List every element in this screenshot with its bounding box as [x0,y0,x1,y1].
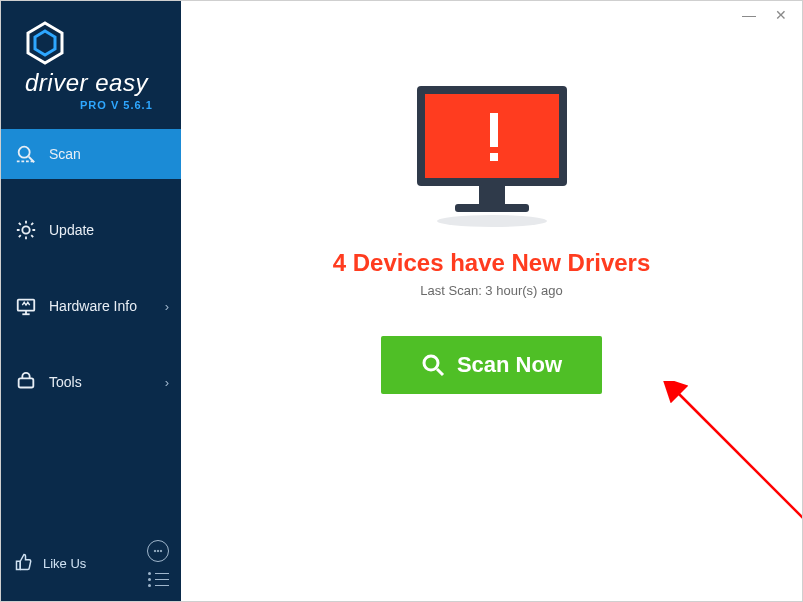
svg-point-12 [157,550,159,552]
app-root: driver easy PRO V 5.6.1 Scan [1,1,802,601]
alert-monitor-graphic [407,81,577,231]
svg-point-11 [154,550,156,552]
sidebar-item-tools[interactable]: Tools › [1,357,181,407]
svg-line-22 [437,369,443,375]
chevron-right-icon: › [165,375,169,390]
scan-now-button[interactable]: Scan Now [381,336,602,394]
svg-point-5 [22,226,29,233]
scan-now-label: Scan Now [457,352,562,378]
main-panel: — ✕ 4 Devices have New Drivers Last Scan… [181,1,802,601]
brand-version: PRO V 5.6.1 [80,99,181,111]
hardware-info-icon [15,295,37,317]
svg-rect-18 [479,186,505,204]
update-icon [15,219,37,241]
thumbs-up-icon [15,553,33,574]
brand-row [25,21,181,69]
like-us-link[interactable]: Like Us [43,556,86,571]
footer-right [147,540,169,587]
sidebar-item-label: Tools [49,374,82,390]
chevron-right-icon: › [165,299,169,314]
sidebar-item-hardware-info[interactable]: Hardware Info › [1,281,181,331]
scan-icon [15,143,37,165]
sidebar: driver easy PRO V 5.6.1 Scan [1,1,181,601]
svg-point-21 [424,356,438,370]
brand-name: driver easy [25,69,181,97]
sidebar-item-label: Hardware Info [49,298,137,314]
content-area: 4 Devices have New Drivers Last Scan: 3 … [181,29,802,601]
svg-rect-9 [19,378,34,387]
status-headline: 4 Devices have New Drivers [333,249,651,277]
brand-logo-icon [25,21,65,69]
close-button[interactable]: ✕ [768,4,794,26]
svg-rect-19 [455,204,529,212]
svg-point-20 [437,215,547,227]
tools-icon [15,371,37,393]
svg-marker-1 [35,31,55,55]
last-scan-label: Last Scan: 3 hour(s) ago [420,283,562,298]
magnifier-icon [421,353,445,377]
sidebar-item-scan[interactable]: Scan [1,129,181,179]
brand-block: driver easy PRO V 5.6.1 [1,1,181,123]
titlebar: — ✕ [181,1,802,29]
sidebar-item-update[interactable]: Update [1,205,181,255]
svg-point-2 [19,147,30,158]
svg-rect-16 [490,113,498,147]
minimize-button[interactable]: — [736,4,762,26]
sidebar-footer: Like Us [1,530,181,601]
sidebar-item-label: Scan [49,146,81,162]
svg-rect-17 [490,153,498,161]
svg-point-13 [160,550,162,552]
svg-marker-0 [28,23,62,63]
svg-rect-10 [17,561,21,569]
menu-icon[interactable] [148,572,169,587]
feedback-icon[interactable] [147,540,169,562]
sidebar-item-label: Update [49,222,94,238]
sidebar-nav: Scan Update [1,129,181,530]
